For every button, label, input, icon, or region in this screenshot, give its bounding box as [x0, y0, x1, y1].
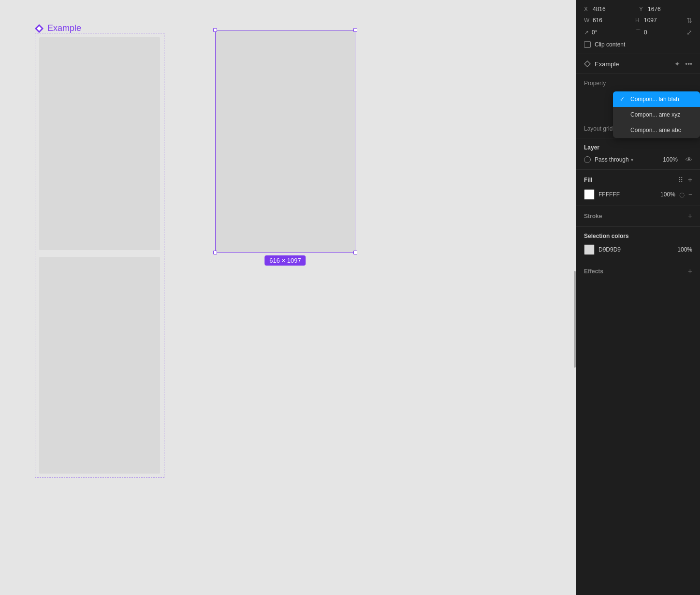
fill-section: Fill ⠿ + FFFFFF 100% ◌ −	[576, 170, 700, 206]
dropdown-item-text-2: Compon... ame abc	[630, 127, 681, 134]
h-group: H 1097	[635, 17, 685, 24]
stroke-section: Stroke +	[576, 206, 700, 227]
fill-row: FFFFFF 100% ◌ −	[584, 189, 692, 200]
dropdown-item-0[interactable]: ✓ Compon... lah blah	[613, 91, 700, 107]
component-link-icon[interactable]: ✦	[674, 60, 680, 68]
scrollbar-thumb[interactable]	[574, 271, 576, 368]
component-more-icon[interactable]: •••	[685, 60, 692, 68]
x-value[interactable]: 4816	[593, 6, 606, 13]
component-diamond-icon	[584, 60, 591, 67]
blend-mode-label: Pass through	[595, 156, 629, 163]
canvas-area: Example 616 × 1097	[0, 0, 576, 595]
size-label: 616 × 1097	[264, 255, 306, 266]
selection-color-opacity[interactable]: 100%	[677, 246, 692, 253]
fill-color-swatch[interactable]	[584, 189, 595, 200]
handle-br[interactable]	[353, 251, 357, 254]
handle-tl[interactable]	[213, 28, 217, 32]
lock-icon[interactable]: ⇅	[686, 16, 692, 24]
eye-icon[interactable]: 👁	[685, 156, 692, 164]
fill-visibility-icon[interactable]: ◌	[679, 191, 685, 198]
handle-tr[interactable]	[353, 28, 357, 32]
component-label: Example	[35, 23, 81, 33]
stroke-title: Stroke	[584, 213, 688, 220]
y-label: Y	[639, 6, 645, 13]
fill-opacity-value[interactable]: 100%	[660, 191, 675, 198]
component-title: Example	[47, 23, 81, 33]
rotation-group: ↗ 0°	[584, 29, 633, 36]
stroke-header: Stroke +	[584, 212, 692, 221]
layout-grid-label: Layout grid	[584, 125, 612, 132]
corner-group: ⌒ 0	[635, 28, 685, 36]
clip-content-label: Clip content	[595, 41, 625, 48]
position-section: X 4816 Y 1676 W 616 H 1097 ⇅ ↗ 0°	[576, 0, 700, 54]
dropdown-item-1[interactable]: Compon... ame xyz	[613, 107, 700, 122]
x-coord-group: X 4816	[584, 6, 637, 13]
selection-colors-section: Selection colors D9D9D9 100%	[576, 227, 700, 261]
effects-add-icon[interactable]: +	[688, 267, 692, 276]
x-label: X	[584, 6, 590, 13]
component-header: Example ✦ •••	[576, 54, 700, 74]
corner-radius-icon: ⌒	[635, 28, 641, 36]
handle-bl[interactable]	[213, 251, 217, 254]
h-value[interactable]: 1097	[644, 17, 657, 24]
component-actions: ✦ •••	[674, 60, 692, 68]
frame-left-top	[39, 37, 160, 250]
dropdown-item-text-0: Compon... lah blah	[630, 96, 679, 103]
fill-title: Fill	[584, 177, 678, 183]
property-row: Property	[584, 80, 692, 87]
h-label: H	[635, 17, 641, 24]
fill-header: Fill ⠿ +	[584, 176, 692, 184]
fill-grid-icon[interactable]: ⠿	[678, 176, 683, 184]
effects-header: Effects +	[584, 267, 692, 276]
y-coord-group: Y 1676	[639, 6, 692, 13]
w-value[interactable]: 616	[593, 17, 602, 24]
selection-color-swatch[interactable]	[584, 244, 595, 255]
blend-chevron-icon: ▾	[631, 157, 633, 163]
dropdown-item-text-1: Compon... ame xyz	[630, 111, 680, 118]
layer-title: Layer	[584, 144, 692, 151]
clip-content-checkbox[interactable]	[584, 41, 591, 48]
layer-row: Pass through ▾ 100% 👁	[584, 156, 692, 164]
corner-value[interactable]: 0	[644, 29, 647, 36]
stroke-add-icon[interactable]: +	[688, 212, 692, 221]
blend-mode-group[interactable]: Pass through ▾	[595, 156, 633, 163]
frame-left-bottom	[39, 257, 160, 474]
selection-color-row: D9D9D9 100%	[584, 244, 692, 255]
fill-minus-icon[interactable]: −	[688, 191, 692, 198]
frame-center-selected[interactable]: 616 × 1097	[215, 30, 355, 253]
property-section: Property ✓ Compon... lah blah Compon... …	[576, 74, 700, 138]
selection-colors-title: Selection colors	[584, 233, 692, 239]
property-dropdown-menu[interactable]: ✓ Compon... lah blah Compon... ame xyz C…	[613, 91, 700, 138]
fill-hex-value[interactable]: FFFFFF	[598, 191, 656, 198]
diamond-icon	[35, 24, 44, 33]
dropdown-item-2[interactable]: Compon... ame abc	[613, 122, 700, 138]
blend-circle-icon	[584, 156, 591, 163]
opacity-value[interactable]: 100%	[663, 156, 678, 163]
effects-title: Effects	[584, 268, 688, 275]
frame-left	[35, 33, 164, 478]
selection-color-hex[interactable]: D9D9D9	[598, 246, 673, 253]
fill-action-icons: ◌ −	[679, 191, 692, 198]
w-label: W	[584, 17, 590, 24]
rotate-icon: ↗	[584, 29, 589, 36]
y-value[interactable]: 1676	[648, 6, 661, 13]
check-icon-0: ✓	[620, 96, 627, 103]
resize-icon[interactable]: ⤢	[686, 29, 692, 36]
component-name: Example	[595, 60, 671, 68]
fill-add-icon[interactable]: +	[688, 176, 692, 184]
layer-section: Layer Pass through ▾ 100% 👁	[576, 138, 700, 170]
fill-header-icons: ⠿ +	[678, 176, 692, 184]
rotation-value[interactable]: 0°	[592, 29, 597, 36]
property-label: Property	[584, 80, 606, 87]
effects-section: Effects +	[576, 261, 700, 282]
w-group: W 616	[584, 17, 633, 24]
right-panel: X 4816 Y 1676 W 616 H 1097 ⇅ ↗ 0°	[576, 0, 700, 595]
